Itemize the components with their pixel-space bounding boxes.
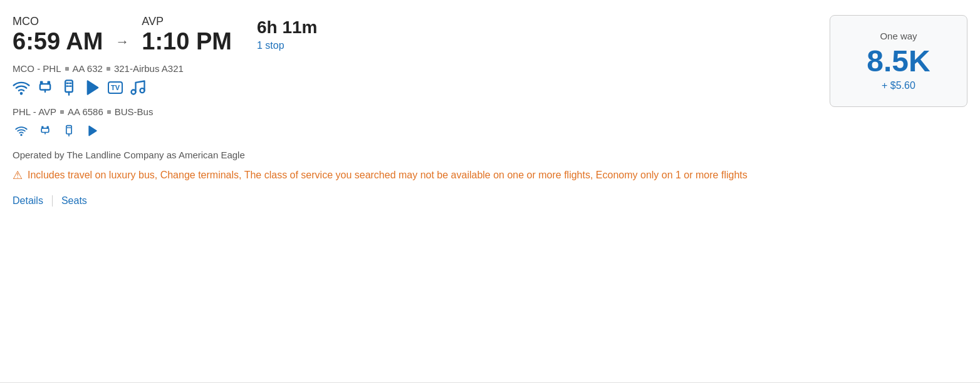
operated-by: Operated by The Landline Company as Amer… [13,150,817,160]
sep-icon [60,110,64,114]
segment-2: PHL - AVP AA 6586 BUS-Bus [13,106,817,140]
power-icon [36,79,54,96]
usb-icon-2 [60,122,78,140]
link-divider [52,195,53,207]
usb-icon [60,79,78,96]
svg-rect-8 [66,126,71,134]
action-links: Details Seats [13,195,817,207]
destination-block: AVP 1:10 PM [142,15,232,53]
stop-count: 1 stop [257,40,318,51]
svg-point-6 [21,135,22,136]
route-arrow: → [103,15,142,50]
sep-icon [107,67,110,71]
segment-1-amenities: TV [13,79,817,96]
route-header: MCO 6:59 AM → AVP 1:10 PM 6h 11m 1 stop [13,15,817,53]
flight-card: MCO 6:59 AM → AVP 1:10 PM 6h 11m 1 stop … [0,0,980,383]
destination-time: 1:10 PM [142,29,232,53]
warning-block: ⚠ Includes travel on luxury bus, Change … [13,168,817,183]
seats-link[interactable]: Seats [61,195,87,207]
origin-code: MCO [13,15,103,28]
duration-block: 6h 11m 1 stop [257,15,318,51]
duration-text: 6h 11m [257,18,318,38]
destination-code: AVP [142,15,232,28]
origin-time: 6:59 AM [13,29,103,53]
sep-icon [107,110,111,114]
segment-2-route: PHL - AVP AA 6586 BUS-Bus [13,106,817,117]
power-icon-2 [36,122,54,140]
svg-marker-3 [88,81,98,94]
svg-rect-1 [40,84,50,89]
screen-icon-2 [84,122,102,140]
music-icon [129,79,147,96]
screen-icon [84,79,102,96]
svg-point-0 [21,93,22,94]
flight-info: MCO 6:59 AM → AVP 1:10 PM 6h 11m 1 stop … [13,15,830,207]
warning-text: Includes travel on luxury bus, Change te… [28,168,748,183]
price-extra: + $5.60 [882,80,915,91]
warning-icon: ⚠ [13,168,23,182]
svg-point-5 [140,88,145,93]
price-value: 8.5K [867,46,930,76]
origin-block: MCO 6:59 AM [13,15,103,53]
svg-rect-7 [41,128,49,133]
segment-1: MCO - PHL AA 632 321-Airbus A321 [13,63,817,96]
segment-1-route: MCO - PHL AA 632 321-Airbus A321 [13,63,817,74]
tv-icon: TV [108,81,123,94]
segment-2-amenities [13,122,817,140]
svg-marker-9 [89,126,96,136]
details-link[interactable]: Details [13,195,43,207]
wifi-icon [13,79,30,96]
svg-point-4 [132,90,136,94]
wifi-icon-2 [13,122,30,140]
price-card: One way 8.5K + $5.60 [830,15,967,107]
price-label: One way [880,31,917,41]
sep-icon [65,67,69,71]
